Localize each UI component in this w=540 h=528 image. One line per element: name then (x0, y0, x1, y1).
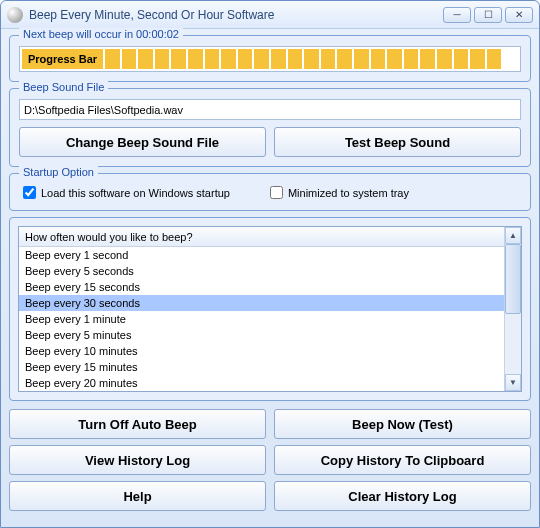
interval-listbox[interactable]: How often would you like to beep? Beep e… (18, 226, 522, 392)
progress-segment (354, 49, 369, 69)
view-history-log-button[interactable]: View History Log (9, 445, 266, 475)
load-on-startup-checkbox[interactable]: Load this software on Windows startup (23, 186, 230, 199)
beep-now-test-button[interactable]: Beep Now (Test) (274, 409, 531, 439)
scroll-track[interactable] (505, 244, 521, 374)
progress-segment (454, 49, 469, 69)
progress-segment (238, 49, 253, 69)
progress-segment (404, 49, 419, 69)
app-icon (7, 7, 23, 23)
copy-history-clipboard-button[interactable]: Copy History To Clipboard (274, 445, 531, 475)
load-on-startup-input[interactable] (23, 186, 36, 199)
close-button[interactable]: ✕ (505, 7, 533, 23)
interval-list-body: Beep every 1 secondBeep every 5 secondsB… (19, 247, 504, 391)
progress-segment (138, 49, 153, 69)
progress-segment (122, 49, 137, 69)
progress-segment (171, 49, 186, 69)
progress-segment (105, 49, 120, 69)
progress-segment (387, 49, 402, 69)
progress-segment (304, 49, 319, 69)
progress-segment (254, 49, 269, 69)
progress-segment (437, 49, 452, 69)
progress-segment (337, 49, 352, 69)
content-area: Next beep will occur in 00:00:02 Progres… (1, 29, 539, 527)
list-item[interactable]: Beep every 30 seconds (19, 295, 504, 311)
load-on-startup-label: Load this software on Windows startup (41, 187, 230, 199)
scroll-down-button[interactable]: ▼ (505, 374, 521, 391)
scrollbar[interactable]: ▲ ▼ (504, 227, 521, 391)
list-item[interactable]: Beep every 1 minute (19, 311, 504, 327)
sound-file-group: Beep Sound File Change Beep Sound File T… (9, 88, 531, 167)
progress-segment (487, 49, 502, 69)
startup-group-title: Startup Option (19, 166, 98, 178)
list-item[interactable]: Beep every 10 minutes (19, 343, 504, 359)
list-item[interactable]: Beep every 15 minutes (19, 359, 504, 375)
progress-bar: Progress Bar (19, 46, 521, 72)
scroll-up-button[interactable]: ▲ (505, 227, 521, 244)
turn-off-auto-beep-button[interactable]: Turn Off Auto Beep (9, 409, 266, 439)
sound-file-group-title: Beep Sound File (19, 81, 108, 93)
minimize-button[interactable]: ─ (443, 7, 471, 23)
progress-segment (188, 49, 203, 69)
minimize-tray-input[interactable] (270, 186, 283, 199)
scroll-thumb[interactable] (505, 244, 521, 314)
sound-file-path-input[interactable] (19, 99, 521, 120)
progress-bar-label: Progress Bar (22, 49, 105, 69)
window-title: Beep Every Minute, Second Or Hour Softwa… (29, 8, 274, 22)
next-beep-label: Next beep will occur in 00:00:02 (19, 28, 183, 40)
progress-segment (321, 49, 336, 69)
list-item[interactable]: Beep every 1 second (19, 247, 504, 263)
test-beep-sound-button[interactable]: Test Beep Sound (274, 127, 521, 157)
next-beep-group: Next beep will occur in 00:00:02 Progres… (9, 35, 531, 82)
app-window: Beep Every Minute, Second Or Hour Softwa… (0, 0, 540, 528)
minimize-tray-checkbox[interactable]: Minimized to system tray (270, 186, 409, 199)
progress-segment (470, 49, 485, 69)
progress-segment (371, 49, 386, 69)
bottom-button-grid: Turn Off Auto Beep Beep Now (Test) View … (9, 409, 531, 511)
list-item[interactable]: Beep every 20 minutes (19, 375, 504, 391)
progress-segment (155, 49, 170, 69)
list-item[interactable]: Beep every 5 seconds (19, 263, 504, 279)
progress-segment (420, 49, 435, 69)
list-item[interactable]: Beep every 15 seconds (19, 279, 504, 295)
progress-segment (205, 49, 220, 69)
progress-segment (271, 49, 286, 69)
maximize-button[interactable]: ☐ (474, 7, 502, 23)
progress-segment (288, 49, 303, 69)
clear-history-log-button[interactable]: Clear History Log (274, 481, 531, 511)
titlebar: Beep Every Minute, Second Or Hour Softwa… (1, 1, 539, 29)
interval-list-area: How often would you like to beep? Beep e… (9, 217, 531, 401)
list-item[interactable]: Beep every 5 minutes (19, 327, 504, 343)
progress-segment (503, 49, 518, 69)
change-sound-file-button[interactable]: Change Beep Sound File (19, 127, 266, 157)
minimize-tray-label: Minimized to system tray (288, 187, 409, 199)
progress-segment (221, 49, 236, 69)
interval-list-header: How often would you like to beep? (19, 227, 504, 247)
progress-segments (105, 49, 518, 69)
startup-option-group: Startup Option Load this software on Win… (9, 173, 531, 211)
help-button[interactable]: Help (9, 481, 266, 511)
